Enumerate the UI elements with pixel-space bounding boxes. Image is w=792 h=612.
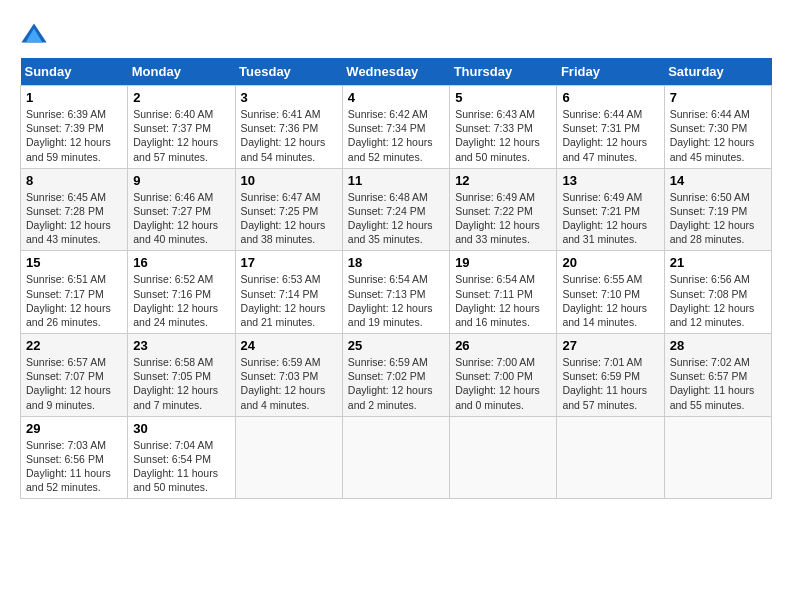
day-number: 3: [241, 90, 337, 105]
calendar-cell: 20Sunrise: 6:55 AMSunset: 7:10 PMDayligh…: [557, 251, 664, 334]
calendar-cell: 21Sunrise: 6:56 AMSunset: 7:08 PMDayligh…: [664, 251, 771, 334]
calendar-cell: 10Sunrise: 6:47 AMSunset: 7:25 PMDayligh…: [235, 168, 342, 251]
calendar-cell: [450, 416, 557, 499]
day-number: 9: [133, 173, 229, 188]
day-number: 10: [241, 173, 337, 188]
day-number: 24: [241, 338, 337, 353]
day-number: 16: [133, 255, 229, 270]
day-number: 27: [562, 338, 658, 353]
day-number: 17: [241, 255, 337, 270]
day-info: Sunrise: 6:48 AMSunset: 7:24 PMDaylight:…: [348, 190, 444, 247]
calendar-cell: [235, 416, 342, 499]
day-info: Sunrise: 6:49 AMSunset: 7:22 PMDaylight:…: [455, 190, 551, 247]
calendar-cell: 13Sunrise: 6:49 AMSunset: 7:21 PMDayligh…: [557, 168, 664, 251]
day-number: 29: [26, 421, 122, 436]
calendar-cell: 30Sunrise: 7:04 AMSunset: 6:54 PMDayligh…: [128, 416, 235, 499]
column-header-thursday: Thursday: [450, 58, 557, 86]
day-info: Sunrise: 6:47 AMSunset: 7:25 PMDaylight:…: [241, 190, 337, 247]
logo: [20, 20, 52, 48]
day-number: 30: [133, 421, 229, 436]
day-info: Sunrise: 6:55 AMSunset: 7:10 PMDaylight:…: [562, 272, 658, 329]
day-number: 7: [670, 90, 766, 105]
day-number: 6: [562, 90, 658, 105]
calendar-week-row: 8Sunrise: 6:45 AMSunset: 7:28 PMDaylight…: [21, 168, 772, 251]
calendar-cell: 11Sunrise: 6:48 AMSunset: 7:24 PMDayligh…: [342, 168, 449, 251]
calendar-header-row: SundayMondayTuesdayWednesdayThursdayFrid…: [21, 58, 772, 86]
column-header-friday: Friday: [557, 58, 664, 86]
calendar-cell: 26Sunrise: 7:00 AMSunset: 7:00 PMDayligh…: [450, 334, 557, 417]
column-header-monday: Monday: [128, 58, 235, 86]
day-number: 26: [455, 338, 551, 353]
day-number: 20: [562, 255, 658, 270]
day-info: Sunrise: 6:59 AMSunset: 7:03 PMDaylight:…: [241, 355, 337, 412]
day-info: Sunrise: 6:56 AMSunset: 7:08 PMDaylight:…: [670, 272, 766, 329]
column-header-wednesday: Wednesday: [342, 58, 449, 86]
calendar-cell: 19Sunrise: 6:54 AMSunset: 7:11 PMDayligh…: [450, 251, 557, 334]
day-info: Sunrise: 7:02 AMSunset: 6:57 PMDaylight:…: [670, 355, 766, 412]
calendar-week-row: 29Sunrise: 7:03 AMSunset: 6:56 PMDayligh…: [21, 416, 772, 499]
day-info: Sunrise: 6:49 AMSunset: 7:21 PMDaylight:…: [562, 190, 658, 247]
day-info: Sunrise: 6:41 AMSunset: 7:36 PMDaylight:…: [241, 107, 337, 164]
day-number: 25: [348, 338, 444, 353]
column-header-sunday: Sunday: [21, 58, 128, 86]
calendar-cell: 12Sunrise: 6:49 AMSunset: 7:22 PMDayligh…: [450, 168, 557, 251]
day-info: Sunrise: 6:57 AMSunset: 7:07 PMDaylight:…: [26, 355, 122, 412]
calendar-cell: 14Sunrise: 6:50 AMSunset: 7:19 PMDayligh…: [664, 168, 771, 251]
column-header-saturday: Saturday: [664, 58, 771, 86]
calendar-cell: 18Sunrise: 6:54 AMSunset: 7:13 PMDayligh…: [342, 251, 449, 334]
day-info: Sunrise: 6:42 AMSunset: 7:34 PMDaylight:…: [348, 107, 444, 164]
calendar-cell: 8Sunrise: 6:45 AMSunset: 7:28 PMDaylight…: [21, 168, 128, 251]
calendar-table: SundayMondayTuesdayWednesdayThursdayFrid…: [20, 58, 772, 499]
day-number: 21: [670, 255, 766, 270]
day-number: 22: [26, 338, 122, 353]
calendar-cell: 29Sunrise: 7:03 AMSunset: 6:56 PMDayligh…: [21, 416, 128, 499]
day-info: Sunrise: 6:58 AMSunset: 7:05 PMDaylight:…: [133, 355, 229, 412]
calendar-cell: [557, 416, 664, 499]
calendar-cell: 22Sunrise: 6:57 AMSunset: 7:07 PMDayligh…: [21, 334, 128, 417]
day-info: Sunrise: 7:00 AMSunset: 7:00 PMDaylight:…: [455, 355, 551, 412]
calendar-cell: [342, 416, 449, 499]
day-info: Sunrise: 6:53 AMSunset: 7:14 PMDaylight:…: [241, 272, 337, 329]
calendar-cell: [664, 416, 771, 499]
calendar-cell: 24Sunrise: 6:59 AMSunset: 7:03 PMDayligh…: [235, 334, 342, 417]
day-info: Sunrise: 6:44 AMSunset: 7:31 PMDaylight:…: [562, 107, 658, 164]
day-number: 8: [26, 173, 122, 188]
day-number: 19: [455, 255, 551, 270]
calendar-cell: 9Sunrise: 6:46 AMSunset: 7:27 PMDaylight…: [128, 168, 235, 251]
day-info: Sunrise: 6:51 AMSunset: 7:17 PMDaylight:…: [26, 272, 122, 329]
calendar-cell: 27Sunrise: 7:01 AMSunset: 6:59 PMDayligh…: [557, 334, 664, 417]
calendar-cell: 6Sunrise: 6:44 AMSunset: 7:31 PMDaylight…: [557, 86, 664, 169]
day-info: Sunrise: 6:39 AMSunset: 7:39 PMDaylight:…: [26, 107, 122, 164]
day-info: Sunrise: 6:50 AMSunset: 7:19 PMDaylight:…: [670, 190, 766, 247]
day-info: Sunrise: 6:43 AMSunset: 7:33 PMDaylight:…: [455, 107, 551, 164]
day-number: 13: [562, 173, 658, 188]
calendar-cell: 17Sunrise: 6:53 AMSunset: 7:14 PMDayligh…: [235, 251, 342, 334]
day-number: 1: [26, 90, 122, 105]
day-number: 23: [133, 338, 229, 353]
calendar-cell: 23Sunrise: 6:58 AMSunset: 7:05 PMDayligh…: [128, 334, 235, 417]
day-number: 2: [133, 90, 229, 105]
calendar-week-row: 22Sunrise: 6:57 AMSunset: 7:07 PMDayligh…: [21, 334, 772, 417]
calendar-cell: 25Sunrise: 6:59 AMSunset: 7:02 PMDayligh…: [342, 334, 449, 417]
calendar-week-row: 15Sunrise: 6:51 AMSunset: 7:17 PMDayligh…: [21, 251, 772, 334]
day-number: 15: [26, 255, 122, 270]
day-info: Sunrise: 6:46 AMSunset: 7:27 PMDaylight:…: [133, 190, 229, 247]
day-info: Sunrise: 6:40 AMSunset: 7:37 PMDaylight:…: [133, 107, 229, 164]
calendar-cell: 7Sunrise: 6:44 AMSunset: 7:30 PMDaylight…: [664, 86, 771, 169]
day-info: Sunrise: 6:52 AMSunset: 7:16 PMDaylight:…: [133, 272, 229, 329]
day-number: 14: [670, 173, 766, 188]
day-info: Sunrise: 6:45 AMSunset: 7:28 PMDaylight:…: [26, 190, 122, 247]
day-info: Sunrise: 6:54 AMSunset: 7:13 PMDaylight:…: [348, 272, 444, 329]
calendar-cell: 16Sunrise: 6:52 AMSunset: 7:16 PMDayligh…: [128, 251, 235, 334]
day-number: 5: [455, 90, 551, 105]
calendar-cell: 28Sunrise: 7:02 AMSunset: 6:57 PMDayligh…: [664, 334, 771, 417]
logo-icon: [20, 20, 48, 48]
calendar-cell: 4Sunrise: 6:42 AMSunset: 7:34 PMDaylight…: [342, 86, 449, 169]
calendar-cell: 2Sunrise: 6:40 AMSunset: 7:37 PMDaylight…: [128, 86, 235, 169]
day-info: Sunrise: 6:44 AMSunset: 7:30 PMDaylight:…: [670, 107, 766, 164]
day-info: Sunrise: 7:04 AMSunset: 6:54 PMDaylight:…: [133, 438, 229, 495]
day-info: Sunrise: 6:54 AMSunset: 7:11 PMDaylight:…: [455, 272, 551, 329]
day-number: 4: [348, 90, 444, 105]
calendar-week-row: 1Sunrise: 6:39 AMSunset: 7:39 PMDaylight…: [21, 86, 772, 169]
calendar-cell: 15Sunrise: 6:51 AMSunset: 7:17 PMDayligh…: [21, 251, 128, 334]
